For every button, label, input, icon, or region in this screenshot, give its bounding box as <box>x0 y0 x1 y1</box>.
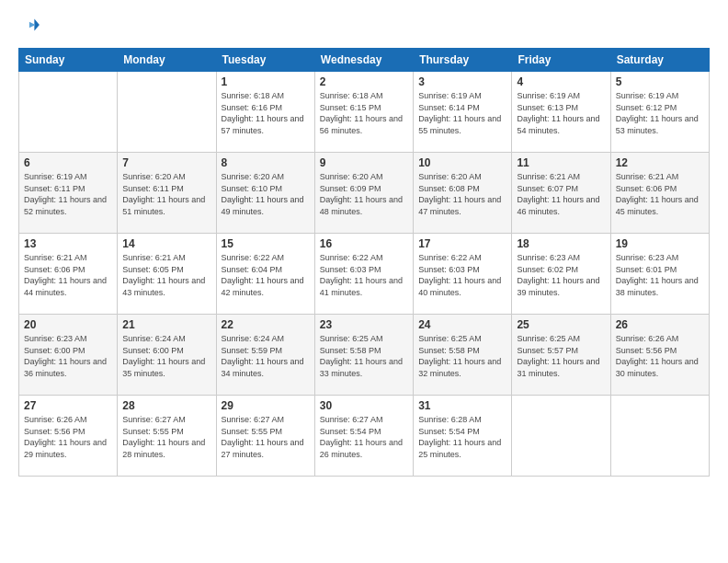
day-cell: 23Sunrise: 6:25 AM Sunset: 5:58 PM Dayli… <box>314 315 413 396</box>
day-cell: 5Sunrise: 6:19 AM Sunset: 6:12 PM Daylig… <box>610 72 709 153</box>
day-info: Sunrise: 6:18 AM Sunset: 6:16 PM Dayligh… <box>222 90 310 136</box>
day-info: Sunrise: 6:20 AM Sunset: 6:11 PM Dayligh… <box>122 171 210 217</box>
day-cell: 7Sunrise: 6:20 AM Sunset: 6:11 PM Daylig… <box>118 153 216 234</box>
day-info: Sunrise: 6:26 AM Sunset: 5:56 PM Dayligh… <box>24 414 112 460</box>
header-friday: Friday <box>512 49 610 72</box>
day-info: Sunrise: 6:23 AM Sunset: 6:00 PM Dayligh… <box>24 333 112 379</box>
day-cell: 13Sunrise: 6:21 AM Sunset: 6:06 PM Dayli… <box>19 234 118 315</box>
day-number: 6 <box>24 156 112 169</box>
day-info: Sunrise: 6:18 AM Sunset: 6:15 PM Dayligh… <box>320 90 408 136</box>
day-cell: 25Sunrise: 6:25 AM Sunset: 5:57 PM Dayli… <box>512 315 610 396</box>
day-cell: 3Sunrise: 6:19 AM Sunset: 6:14 PM Daylig… <box>414 72 512 153</box>
day-info: Sunrise: 6:21 AM Sunset: 6:06 PM Dayligh… <box>24 252 112 298</box>
day-number: 27 <box>24 399 112 412</box>
day-cell: 24Sunrise: 6:25 AM Sunset: 5:58 PM Dayli… <box>414 315 512 396</box>
day-info: Sunrise: 6:22 AM Sunset: 6:03 PM Dayligh… <box>418 252 506 298</box>
day-info: Sunrise: 6:21 AM Sunset: 6:06 PM Dayligh… <box>616 171 704 217</box>
day-cell: 31Sunrise: 6:28 AM Sunset: 5:54 PM Dayli… <box>414 396 512 477</box>
day-info: Sunrise: 6:21 AM Sunset: 6:07 PM Dayligh… <box>517 171 605 217</box>
day-number: 29 <box>222 399 310 412</box>
week-row-1: 6Sunrise: 6:19 AM Sunset: 6:11 PM Daylig… <box>19 153 710 234</box>
day-number: 10 <box>418 156 506 169</box>
day-info: Sunrise: 6:23 AM Sunset: 6:02 PM Dayligh… <box>517 252 605 298</box>
day-cell: 14Sunrise: 6:21 AM Sunset: 6:05 PM Dayli… <box>118 234 216 315</box>
header-saturday: Saturday <box>610 49 709 72</box>
day-cell: 28Sunrise: 6:27 AM Sunset: 5:55 PM Dayli… <box>118 396 216 477</box>
week-row-2: 13Sunrise: 6:21 AM Sunset: 6:06 PM Dayli… <box>19 234 710 315</box>
day-number: 21 <box>122 318 210 331</box>
day-info: Sunrise: 6:19 AM Sunset: 6:12 PM Dayligh… <box>616 90 704 136</box>
day-cell <box>512 396 610 477</box>
header-thursday: Thursday <box>414 49 512 72</box>
day-cell <box>118 72 216 153</box>
day-number: 1 <box>222 75 310 88</box>
week-row-4: 27Sunrise: 6:26 AM Sunset: 5:56 PM Dayli… <box>19 396 710 477</box>
header-monday: Monday <box>118 49 216 72</box>
day-cell <box>19 72 118 153</box>
header <box>18 15 710 39</box>
day-cell: 15Sunrise: 6:22 AM Sunset: 6:04 PM Dayli… <box>216 234 314 315</box>
day-cell: 4Sunrise: 6:19 AM Sunset: 6:13 PM Daylig… <box>512 72 610 153</box>
day-cell <box>610 396 709 477</box>
day-info: Sunrise: 6:25 AM Sunset: 5:57 PM Dayligh… <box>517 333 605 379</box>
week-row-3: 20Sunrise: 6:23 AM Sunset: 6:00 PM Dayli… <box>19 315 710 396</box>
day-cell: 6Sunrise: 6:19 AM Sunset: 6:11 PM Daylig… <box>19 153 118 234</box>
day-number: 7 <box>122 156 210 169</box>
day-info: Sunrise: 6:19 AM Sunset: 6:11 PM Dayligh… <box>24 171 112 217</box>
day-number: 31 <box>418 399 506 412</box>
day-info: Sunrise: 6:19 AM Sunset: 6:14 PM Dayligh… <box>418 90 506 136</box>
day-cell: 19Sunrise: 6:23 AM Sunset: 6:01 PM Dayli… <box>610 234 709 315</box>
day-info: Sunrise: 6:24 AM Sunset: 6:00 PM Dayligh… <box>122 333 210 379</box>
day-cell: 21Sunrise: 6:24 AM Sunset: 6:00 PM Dayli… <box>118 315 216 396</box>
day-number: 26 <box>616 318 704 331</box>
day-cell: 29Sunrise: 6:27 AM Sunset: 5:55 PM Dayli… <box>216 396 314 477</box>
day-cell: 17Sunrise: 6:22 AM Sunset: 6:03 PM Dayli… <box>414 234 512 315</box>
day-cell: 27Sunrise: 6:26 AM Sunset: 5:56 PM Dayli… <box>19 396 118 477</box>
day-number: 5 <box>616 75 704 88</box>
day-info: Sunrise: 6:26 AM Sunset: 5:56 PM Dayligh… <box>616 333 704 379</box>
day-number: 4 <box>517 75 605 88</box>
day-number: 14 <box>122 237 210 250</box>
day-number: 30 <box>320 399 408 412</box>
day-info: Sunrise: 6:25 AM Sunset: 5:58 PM Dayligh… <box>418 333 506 379</box>
day-cell: 8Sunrise: 6:20 AM Sunset: 6:10 PM Daylig… <box>216 153 314 234</box>
day-info: Sunrise: 6:21 AM Sunset: 6:05 PM Dayligh… <box>122 252 210 298</box>
day-cell: 1Sunrise: 6:18 AM Sunset: 6:16 PM Daylig… <box>216 72 314 153</box>
day-number: 9 <box>320 156 408 169</box>
day-number: 23 <box>320 318 408 331</box>
day-info: Sunrise: 6:25 AM Sunset: 5:58 PM Dayligh… <box>320 333 408 379</box>
day-info: Sunrise: 6:28 AM Sunset: 5:54 PM Dayligh… <box>418 414 506 460</box>
logo-icon <box>20 15 40 35</box>
day-number: 24 <box>418 318 506 331</box>
day-cell: 18Sunrise: 6:23 AM Sunset: 6:02 PM Dayli… <box>512 234 610 315</box>
header-wednesday: Wednesday <box>314 49 413 72</box>
day-cell: 9Sunrise: 6:20 AM Sunset: 6:09 PM Daylig… <box>314 153 413 234</box>
day-number: 15 <box>222 237 310 250</box>
day-number: 20 <box>24 318 112 331</box>
day-number: 25 <box>517 318 605 331</box>
logo <box>18 15 42 39</box>
day-cell: 22Sunrise: 6:24 AM Sunset: 5:59 PM Dayli… <box>216 315 314 396</box>
day-info: Sunrise: 6:23 AM Sunset: 6:01 PM Dayligh… <box>616 252 704 298</box>
day-info: Sunrise: 6:22 AM Sunset: 6:04 PM Dayligh… <box>222 252 310 298</box>
day-cell: 30Sunrise: 6:27 AM Sunset: 5:54 PM Dayli… <box>314 396 413 477</box>
day-info: Sunrise: 6:20 AM Sunset: 6:09 PM Dayligh… <box>320 171 408 217</box>
day-cell: 16Sunrise: 6:22 AM Sunset: 6:03 PM Dayli… <box>314 234 413 315</box>
day-info: Sunrise: 6:20 AM Sunset: 6:10 PM Dayligh… <box>222 171 310 217</box>
day-info: Sunrise: 6:27 AM Sunset: 5:54 PM Dayligh… <box>320 414 408 460</box>
day-number: 16 <box>320 237 408 250</box>
day-number: 2 <box>320 75 408 88</box>
day-number: 11 <box>517 156 605 169</box>
day-info: Sunrise: 6:22 AM Sunset: 6:03 PM Dayligh… <box>320 252 408 298</box>
day-cell: 26Sunrise: 6:26 AM Sunset: 5:56 PM Dayli… <box>610 315 709 396</box>
day-info: Sunrise: 6:27 AM Sunset: 5:55 PM Dayligh… <box>122 414 210 460</box>
page: SundayMondayTuesdayWednesdayThursdayFrid… <box>0 0 728 563</box>
day-number: 17 <box>418 237 506 250</box>
calendar-table: SundayMondayTuesdayWednesdayThursdayFrid… <box>18 48 710 477</box>
day-number: 18 <box>517 237 605 250</box>
day-cell: 12Sunrise: 6:21 AM Sunset: 6:06 PM Dayli… <box>610 153 709 234</box>
day-cell: 10Sunrise: 6:20 AM Sunset: 6:08 PM Dayli… <box>414 153 512 234</box>
day-number: 22 <box>222 318 310 331</box>
day-number: 12 <box>616 156 704 169</box>
day-cell: 2Sunrise: 6:18 AM Sunset: 6:15 PM Daylig… <box>314 72 413 153</box>
